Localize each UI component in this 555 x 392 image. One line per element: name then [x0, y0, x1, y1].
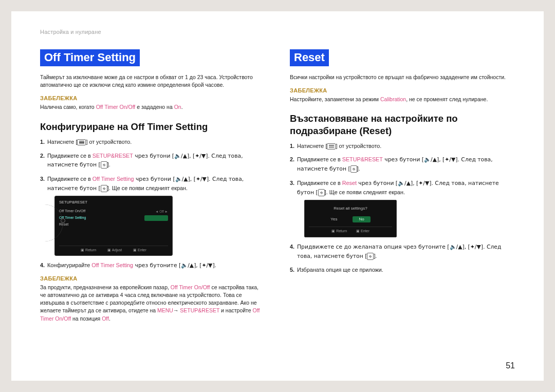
- text: чрез бутоните [🔈/▲], [✦/▼].: [133, 262, 216, 269]
- pink-text: Off Timer Setting: [92, 176, 134, 182]
- text: Натиснете [: [47, 139, 77, 145]
- step-1: Натиснете [] от устройството.: [40, 138, 265, 146]
- pink-text: SETUP&RESET: [342, 156, 383, 162]
- enter-icon: ⎆: [350, 165, 357, 173]
- note-body: Настройките, запаметени за режим Calibra…: [290, 96, 515, 103]
- note-label: ЗАБЕЛЕЖКА: [40, 275, 265, 282]
- text: Избраната опция ще се приложи.: [297, 267, 383, 273]
- right-column: Reset Всички настройки на устройството с…: [290, 49, 515, 332]
- steps-list: Натиснете [] от устройството. Придвижете…: [40, 138, 265, 270]
- text: ]. Ще се появи следният екран.: [107, 185, 188, 191]
- manual-page: Настройка и нулиране Off Timer Setting Т…: [11, 11, 544, 381]
- steps-list: Натиснете [] от устройството. Придвижете…: [290, 142, 515, 275]
- osd-row-selected: Off Timer Setting: [59, 215, 168, 221]
- step-5: Избраната опция ще се приложи.: [290, 266, 515, 274]
- text: Натиснете [: [297, 143, 327, 149]
- pink-text: Off: [102, 315, 109, 322]
- text: Придвижете се в: [297, 156, 342, 162]
- note-label: ЗАБЕЛЕЖКА: [40, 95, 265, 101]
- osd-btn: Adjust: [107, 248, 122, 253]
- osd-button-bar: Return Adjust Enter: [59, 246, 168, 253]
- left-column: Off Timer Setting Таймерът за изключване…: [40, 49, 265, 332]
- page-number: 51: [506, 361, 515, 370]
- subsection-heading: Конфигуриране на Off Timer Setting: [40, 121, 265, 133]
- step-2: Придвижете се в SETUP&RESET чрез бутони …: [290, 155, 515, 173]
- text: Придвижете се в: [297, 180, 342, 186]
- breadcrumb: Настройка и нулиране: [40, 29, 515, 35]
- text: , не се променят след нулиране.: [406, 96, 488, 102]
- pink-text: On: [174, 104, 181, 110]
- text: ].: [107, 161, 110, 167]
- step-4: Конфигурирайте Off Timer Setting чрез бу…: [40, 261, 265, 270]
- osd-selected-pill: [144, 215, 168, 221]
- pink-text: SETUP&RESET: [92, 153, 133, 159]
- enter-icon: ⎆: [101, 161, 107, 169]
- section-heading-reset: Reset: [290, 49, 329, 66]
- menu-icon: [77, 139, 86, 145]
- step-3: Придвижете се в Off Timer Setting чрез б…: [40, 175, 265, 256]
- osd-screenshot: Reset all settings? Yes No Return Enter: [297, 200, 515, 237]
- arrow-icon: →: [173, 307, 179, 313]
- menu-icon: [327, 143, 336, 150]
- intro-text: Таймерът за изключване може да се настро…: [40, 73, 265, 89]
- text: Придвижете се до желаната опция чрез бут…: [297, 244, 501, 259]
- enter-icon: ⎆: [101, 185, 107, 192]
- pink-text: MENU: [157, 307, 173, 313]
- text: ].: [357, 165, 360, 172]
- text: За продукти, предназначени за европейски…: [40, 284, 171, 290]
- text: е зададено на: [135, 104, 174, 110]
- osd-dialog: Reset all settings? Yes No Return Enter: [304, 200, 397, 237]
- osd-row: Off Timer On/Off ◄ Off ►: [59, 208, 168, 215]
- step-2: Придвижете се в SETUP&RESET чрез бутони …: [40, 152, 265, 170]
- text: Придвижете се в: [47, 176, 92, 182]
- text: и настройте: [219, 307, 252, 313]
- osd-item-label: Off Timer On/Off: [59, 209, 85, 214]
- text: Настройките, запаметени за режим: [290, 96, 380, 102]
- intro-text: Всички настройки на устройството се връщ…: [290, 73, 515, 81]
- osd-btn: Enter: [356, 229, 369, 234]
- note-label: ЗАБЕЛЕЖКА: [290, 87, 515, 94]
- enter-icon: ⎆: [367, 253, 374, 260]
- osd-title: SETUP&RESET: [59, 199, 168, 206]
- osd-question: Reset all settings?: [309, 206, 392, 212]
- subsection-heading: Възстановяване на настройките по подразб…: [290, 113, 515, 136]
- osd-screenshot: SETUP&RESET Off Timer On/Off ◄ Off ► Off…: [47, 196, 265, 255]
- text: ]. Ще се появи следният екран.: [325, 189, 405, 195]
- osd-btn: Enter: [133, 248, 146, 253]
- pink-text: Off Timer On/Off: [96, 104, 136, 110]
- osd-button-bar: Return Enter: [309, 227, 392, 234]
- text: .: [109, 315, 110, 322]
- osd-menu: SETUP&RESET Off Timer On/Off ◄ Off ► Off…: [54, 196, 173, 255]
- pink-text: Calibration: [380, 96, 406, 102]
- two-column-layout: Off Timer Setting Таймерът за изключване…: [40, 49, 515, 332]
- osd-btn: Return: [331, 229, 347, 234]
- text: Конфигурирайте: [47, 262, 91, 268]
- step-4: Придвижете се до желаната опция чрез бут…: [290, 242, 515, 260]
- text: ] от устройството.: [336, 143, 381, 149]
- step-3: Придвижете се в Reset чрез бутони [🔈/▲],…: [290, 179, 515, 237]
- note-body: За продукти, предназначени за европейски…: [40, 284, 265, 323]
- osd-item-value: ◄ Off ►: [155, 209, 168, 214]
- osd-options: Yes No: [309, 216, 392, 222]
- step-1: Натиснете [] от устройството.: [290, 142, 515, 151]
- section-heading-off-timer: Off Timer Setting: [40, 49, 140, 66]
- osd-row: Reset: [59, 221, 168, 228]
- text: .: [181, 104, 183, 110]
- pink-text: SETUP&RESET: [180, 307, 219, 313]
- text: ] от устройството.: [86, 139, 132, 145]
- osd-option-no-selected: No: [353, 216, 370, 222]
- pink-text: Off Timer On/Off: [171, 284, 210, 290]
- osd-btn: Return: [81, 248, 96, 253]
- text: Налична само, когато: [40, 104, 96, 110]
- note-body: Налична само, когато Off Timer On/Off е …: [40, 103, 265, 111]
- enter-icon: ⎆: [318, 189, 325, 196]
- text: ].: [374, 253, 377, 259]
- text: на позиция: [71, 315, 102, 322]
- osd-option-yes: Yes: [330, 216, 337, 222]
- text: Придвижете се в: [47, 153, 92, 159]
- pink-text: Reset: [342, 180, 357, 186]
- pink-text: Off Timer Setting: [91, 262, 133, 268]
